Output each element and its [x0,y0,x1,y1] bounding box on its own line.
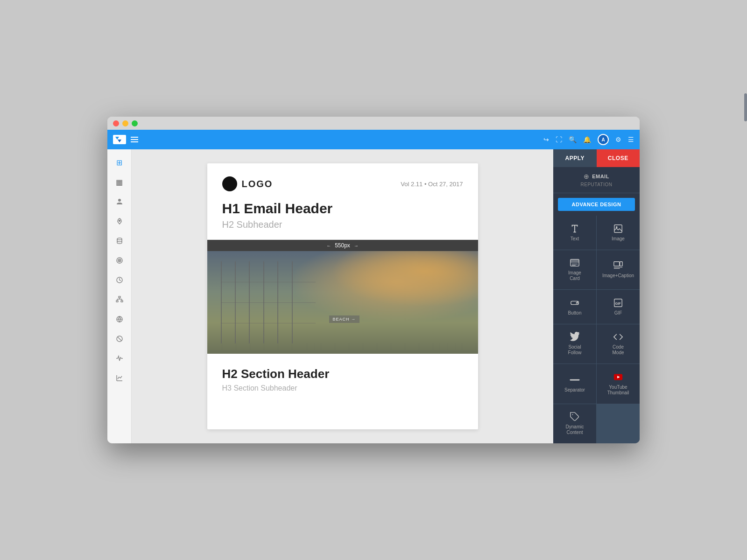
tool-image[interactable]: Image [597,216,640,250]
code-mode-icon [613,332,623,342]
email-header-section: LOGO Vol 2.11 • Oct 27, 2017 H1 Email He… [207,163,478,240]
sidebar-item-clock[interactable] [111,272,128,288]
tool-separator[interactable]: Separator [553,364,596,404]
hamburger-icon[interactable] [131,137,138,142]
tool-youtube-label: YouTubeThumbnail [607,385,629,396]
email-photo: BEACH → [207,251,478,354]
tool-gif[interactable]: GIF GIF [597,290,640,324]
sidebar-item-rocket[interactable] [111,213,128,230]
share-icon[interactable]: ↪ [543,136,549,143]
tool-youtube[interactable]: YouTubeThumbnail [597,364,640,404]
email-preview: LOGO Vol 2.11 • Oct 27, 2017 H1 Email He… [207,163,478,429]
beach-sign: BEACH → [329,315,360,323]
svg-point-5 [119,260,120,261]
button-icon [570,298,580,308]
sidebar-item-database[interactable] [111,232,128,249]
svg-text:GIF: GIF [615,301,621,305]
tool-button-label: Button [568,310,582,316]
topbar-left [113,135,138,144]
separator-icon [570,375,580,385]
sidebar-item-ban[interactable] [111,330,128,347]
apply-button[interactable]: APPLY [553,149,597,167]
image-width-label: 550px [335,242,350,249]
sidebar-item-chart[interactable] [111,370,128,386]
minimize-button[interactable] [122,120,128,126]
svg-point-13 [616,226,618,228]
tool-button[interactable]: Button [553,290,596,324]
tool-social-follow-label: SocialFollow [568,344,582,356]
ruler-left-arrow: ← [326,243,331,248]
tool-code-mode[interactable]: CodeMode [597,324,640,364]
photo-fence [221,261,316,343]
app-window: ↪ ⛶ 🔍 🔔 A ⚙ ☰ ⊞ ▦ [107,117,640,443]
tool-image-card-label: ImageCard [568,270,581,281]
menu-icon[interactable]: ☰ [628,136,634,143]
email-section-h3: H3 Section Subheader [222,384,463,392]
sidebar-item-hierarchy[interactable] [111,291,128,308]
tool-image-label: Image [612,236,625,242]
sidebar-item-activity[interactable] [111,350,128,367]
image-ruler: ← 550px → [207,240,478,251]
sidebar-item-globe[interactable] [111,311,128,328]
tool-grid: Text Image [553,216,640,443]
tool-dynamic-content[interactable]: DynamicContent [553,404,596,444]
tool-text-label: Text [571,236,579,242]
text-icon [570,224,580,234]
sidebar-item-user[interactable] [111,193,128,210]
topbar-right: ↪ ⛶ 🔍 🔔 A ⚙ ☰ [543,134,634,145]
svg-rect-18 [614,262,620,266]
nav-logo [113,135,126,144]
email-reputation-section: ⊕ EMAIL REPUTATION [553,167,640,193]
image-caption-icon [613,260,623,271]
bell-icon[interactable]: 🔔 [583,136,591,143]
email-vol-text: Vol 2.11 • Oct 27, 2017 [401,181,463,188]
svg-rect-8 [116,301,118,302]
right-panel: APPLY CLOSE ⊕ EMAIL REPUTATION ADVANCE D… [553,149,640,443]
social-follow-icon [570,332,580,342]
gear-icon[interactable]: ⚙ [615,136,621,143]
gif-icon: GIF [613,298,623,308]
search-icon[interactable]: 🔍 [569,136,577,143]
svg-rect-15 [571,259,579,263]
canvas-area: LOGO Vol 2.11 • Oct 27, 2017 H1 Email He… [132,149,553,443]
tool-image-caption-label: Image+Caption [602,273,634,279]
tool-text[interactable]: Text [553,216,596,250]
advance-design-button[interactable]: ADVANCE DESIGN [558,198,635,211]
email-body-section: H2 Section Header H3 Section Subheader [207,354,478,406]
email-image-section: ← 550px → [207,240,478,354]
svg-rect-9 [121,301,123,302]
svg-rect-7 [119,296,120,298]
expand-icon[interactable]: ⛶ [556,136,562,143]
reputation-title: EMAIL [592,174,609,179]
tool-image-caption[interactable]: Image+Caption [597,250,640,290]
tool-gif-label: GIF [614,310,622,316]
image-icon [613,224,623,234]
email-logo-row: LOGO Vol 2.11 • Oct 27, 2017 [222,176,463,191]
svg-point-1 [119,220,120,222]
sidebar: ⊞ ▦ [107,149,132,443]
logo-text: LOGO [242,179,273,189]
sidebar-item-target[interactable] [111,252,128,269]
svg-point-2 [117,238,122,240]
tool-code-mode-label: CodeMode [612,344,624,356]
email-h2-subheader: H2 Subheader [222,219,463,230]
sidebar-item-dashboard[interactable]: ⊞ [111,154,128,171]
reputation-subtitle: REPUTATION [559,182,634,187]
logo-circle [222,176,237,191]
app-body: ↪ ⛶ 🔍 🔔 A ⚙ ☰ ⊞ ▦ [107,130,640,443]
dynamic-content-icon [570,412,580,422]
tool-social-follow[interactable]: SocialFollow [553,324,596,364]
avatar[interactable]: A [598,134,609,145]
close-button[interactable] [113,120,119,126]
email-section-h2: H2 Section Header [222,367,463,381]
sidebar-item-calendar[interactable]: ▦ [111,174,128,190]
maximize-button[interactable] [132,120,138,126]
tool-dynamic-content-label: DynamicContent [566,424,584,435]
ruler-right-arrow: → [354,243,359,248]
close-button-panel[interactable]: CLOSE [597,149,640,167]
youtube-icon [613,372,623,382]
email-logo: LOGO [222,176,273,191]
svg-point-0 [118,199,121,202]
traffic-lights [113,120,138,126]
tool-image-card[interactable]: ImageCard [553,250,596,290]
